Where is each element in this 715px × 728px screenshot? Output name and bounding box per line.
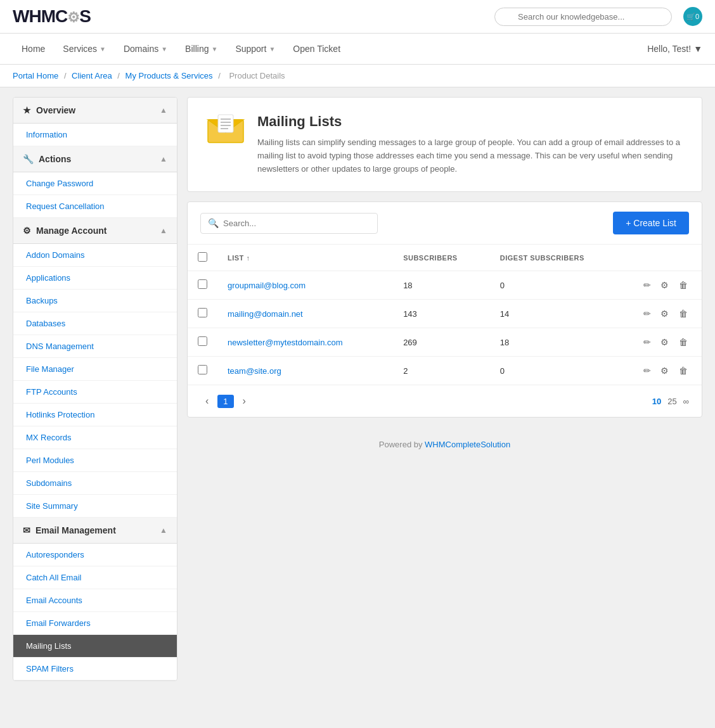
sidebar-section-actions[interactable]: 🔧 Actions ▲	[13, 146, 177, 172]
row-checkbox-3[interactable]	[198, 336, 207, 346]
nav-item-billing[interactable]: Billing ▼	[176, 34, 226, 64]
pagination-current-page[interactable]: 1	[217, 395, 233, 408]
edit-icon-3[interactable]: ✏	[640, 335, 655, 350]
sidebar-section-overview[interactable]: ★ Overview ▲	[13, 98, 177, 124]
pagination-sizes: 10 25 ∞	[652, 397, 689, 406]
top-right: 🔍 🛒 0	[494, 7, 702, 26]
sidebar: ★ Overview ▲ Information 🔧 Actions ▲ Cha…	[13, 97, 177, 681]
table-card: 🔍 + Create List LIST ↑ SUBSCRIBERS DIGE	[187, 201, 702, 418]
sidebar-item-information[interactable]: Information	[13, 124, 177, 146]
sidebar-item-subdomains[interactable]: Subdomains	[13, 472, 177, 495]
row-digest-1: 0	[490, 271, 626, 300]
row-subscribers-2: 143	[393, 300, 490, 328]
hello-user-label: Hello, Test!	[647, 44, 691, 54]
logo-text: WHMC⚙S	[13, 6, 91, 27]
breadcrumb-portal-home[interactable]: Portal Home	[13, 71, 58, 80]
knowledgebase-search-input[interactable]	[494, 8, 672, 26]
breadcrumb-my-products[interactable]: My Products & Services	[126, 71, 213, 80]
top-bar: WHMC⚙S 🔍 🛒 0	[0, 0, 715, 34]
settings-icon-1[interactable]: ⚙	[657, 278, 673, 293]
hello-user-arrow: ▼	[693, 44, 702, 54]
sidebar-item-addon-domains[interactable]: Addon Domains	[13, 244, 177, 267]
pagination-next-button[interactable]: ›	[238, 393, 251, 409]
settings-icon-3[interactable]: ⚙	[657, 335, 673, 350]
sidebar-item-mailing-lists[interactable]: Mailing Lists	[13, 635, 177, 658]
breadcrumb: Portal Home / Client Area / My Products …	[0, 65, 715, 87]
page-header-text: Mailing Lists Mailing lists can simplify…	[257, 113, 683, 176]
sidebar-section-email-management[interactable]: ✉ Email Management ▲	[13, 518, 177, 544]
delete-icon-1[interactable]: 🗑	[675, 278, 692, 293]
table-header-row: LIST ↑ SUBSCRIBERS DIGEST SUBSCRIBERS	[188, 245, 702, 271]
row-checkbox-1[interactable]	[198, 279, 207, 289]
delete-icon-4[interactable]: 🗑	[675, 363, 692, 378]
table-row: mailing@domain.net 143 14 ✏ ⚙ 🗑	[188, 300, 702, 328]
nav-item-domains[interactable]: Domains ▼	[115, 34, 176, 64]
row-digest-4: 0	[490, 357, 626, 385]
select-all-checkbox[interactable]	[198, 252, 207, 262]
page-description: Mailing lists can simplify sending messa…	[257, 136, 683, 176]
col-digest-subscribers-header: DIGEST SUBSCRIBERS	[490, 245, 626, 271]
mailing-lists-table: LIST ↑ SUBSCRIBERS DIGEST SUBSCRIBERS gr…	[188, 245, 702, 385]
sidebar-section-manage-account[interactable]: ⚙ Manage Account ▲	[13, 218, 177, 244]
row-checkbox-4[interactable]	[198, 365, 207, 374]
star-icon: ★	[23, 105, 31, 115]
cart-button[interactable]: 🛒 0	[683, 7, 702, 26]
nav-item-open-ticket[interactable]: Open Ticket	[284, 34, 349, 64]
sidebar-item-mx-records[interactable]: MX Records	[13, 426, 177, 449]
footer-link[interactable]: WHMCompleteSolution	[425, 440, 510, 449]
nav-item-services[interactable]: Services ▼	[54, 34, 115, 64]
nav-item-support[interactable]: Support ▼	[226, 34, 284, 64]
row-checkbox-cell-2	[188, 300, 217, 328]
row-actions-1: ✏ ⚙ 🗑	[626, 271, 702, 300]
col-subscribers-header: SUBSCRIBERS	[393, 245, 490, 271]
sidebar-item-dns-management[interactable]: DNS Management	[13, 335, 177, 358]
sidebar-item-hotlinks-protection[interactable]: Hotlinks Protection	[13, 404, 177, 426]
edit-icon-4[interactable]: ✏	[640, 363, 655, 378]
sidebar-item-applications[interactable]: Applications	[13, 267, 177, 290]
sidebar-item-backups[interactable]: Backups	[13, 290, 177, 312]
page-size-10[interactable]: 10	[652, 397, 661, 406]
page-size-all[interactable]: ∞	[683, 397, 689, 406]
delete-icon-3[interactable]: 🗑	[675, 335, 692, 350]
row-checkbox-2[interactable]	[198, 308, 207, 317]
search-wrapper: 🔍	[494, 8, 672, 26]
svg-rect-2	[218, 115, 233, 132]
edit-icon-2[interactable]: ✏	[640, 306, 655, 321]
edit-icon-1[interactable]: ✏	[640, 278, 655, 293]
sidebar-item-perl-modules[interactable]: Perl Modules	[13, 449, 177, 472]
row-subscribers-4: 2	[393, 357, 490, 385]
chevron-manage-account-icon: ▲	[160, 226, 167, 235]
sidebar-item-request-cancellation[interactable]: Request Cancellation	[13, 195, 177, 218]
row-list-4: team@site.org	[217, 357, 393, 385]
create-list-button[interactable]: + Create List	[613, 212, 689, 234]
row-subscribers-1: 18	[393, 271, 490, 300]
sidebar-item-spam-filters[interactable]: SPAM Filters	[13, 658, 177, 680]
sidebar-item-email-forwarders[interactable]: Email Forwarders	[13, 612, 177, 635]
create-list-label: + Create List	[626, 218, 676, 228]
sidebar-item-email-accounts[interactable]: Email Accounts	[13, 589, 177, 612]
sidebar-item-change-password[interactable]: Change Password	[13, 172, 177, 195]
settings-icon-4[interactable]: ⚙	[657, 363, 673, 378]
breadcrumb-sep-1: /	[64, 71, 68, 80]
sidebar-item-databases[interactable]: Databases	[13, 312, 177, 335]
delete-icon-2[interactable]: 🗑	[675, 306, 692, 321]
sidebar-item-file-manager[interactable]: File Manager	[13, 358, 177, 381]
table-search-icon: 🔍	[208, 218, 219, 228]
sidebar-item-site-summary[interactable]: Site Summary	[13, 495, 177, 518]
sidebar-manage-account-label: Manage Account	[36, 226, 107, 236]
settings-icon-2[interactable]: ⚙	[657, 306, 673, 321]
breadcrumb-product-details: Product Details	[229, 71, 285, 80]
col-select-all	[188, 245, 217, 271]
table-row: newsletter@mytestdomain.com 269 18 ✏ ⚙ 🗑	[188, 328, 702, 357]
envelope-icon: ✉	[23, 525, 30, 535]
nav-item-home[interactable]: Home	[13, 34, 54, 64]
sidebar-item-autoresponders[interactable]: Autoresponders	[13, 544, 177, 566]
breadcrumb-client-area[interactable]: Client Area	[72, 71, 112, 80]
page-size-25[interactable]: 25	[667, 397, 676, 406]
sidebar-item-ftp-accounts[interactable]: FTP Accounts	[13, 381, 177, 404]
chevron-email-management-icon: ▲	[160, 526, 167, 535]
pagination-prev-button[interactable]: ‹	[200, 393, 214, 409]
hello-user[interactable]: Hello, Test! ▼	[647, 44, 702, 54]
sidebar-item-catch-all-email[interactable]: Catch All Email	[13, 566, 177, 589]
table-search-input[interactable]	[200, 213, 378, 234]
